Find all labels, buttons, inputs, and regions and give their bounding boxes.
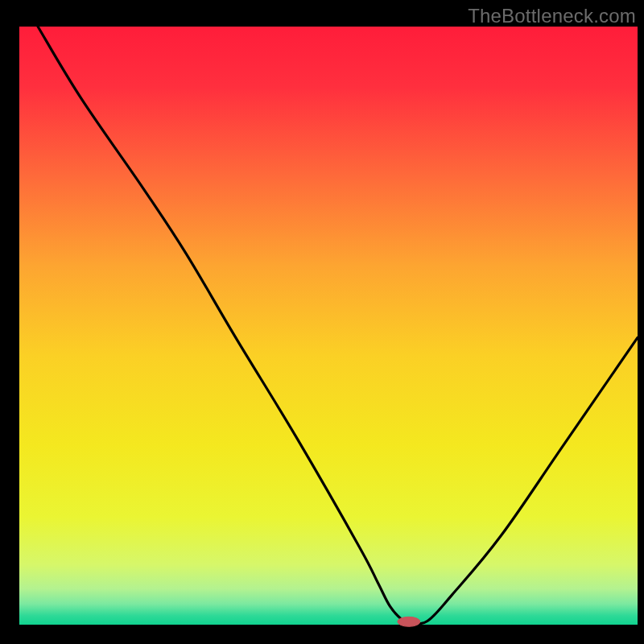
bottleneck-chart [0, 0, 644, 644]
watermark-text: TheBottleneck.com [468, 5, 636, 27]
chart-frame: TheBottleneck.com [0, 0, 644, 644]
sweet-spot-marker [398, 617, 420, 626]
plot-area [19, 27, 638, 625]
